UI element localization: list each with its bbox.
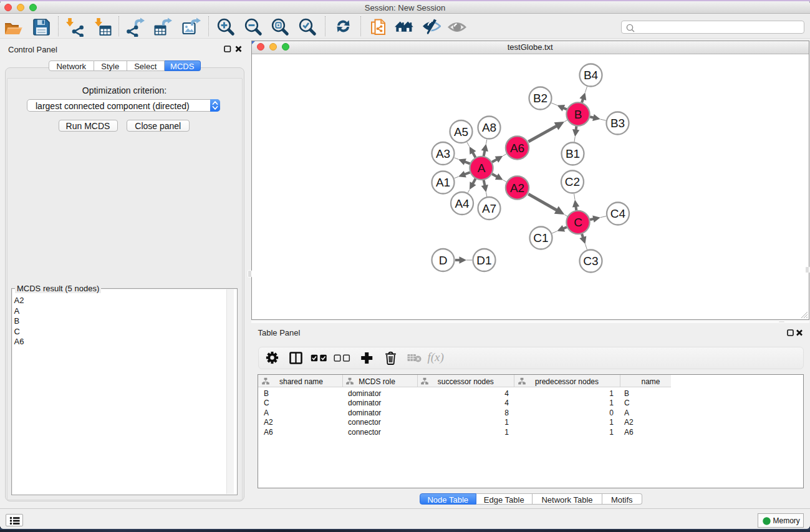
svg-text:C1: C1	[533, 231, 548, 244]
svg-text:D: D	[438, 253, 447, 266]
svg-text:A5: A5	[453, 125, 468, 138]
svg-text:B3: B3	[610, 117, 624, 130]
svg-text:A4: A4	[455, 196, 470, 210]
svg-text:B4: B4	[583, 69, 598, 82]
svg-text:D1: D1	[476, 253, 491, 266]
svg-text:B: B	[574, 107, 582, 120]
svg-text:A6: A6	[509, 141, 524, 154]
svg-text:C2: C2	[564, 175, 579, 188]
svg-text:C4: C4	[610, 207, 625, 220]
svg-text:B1: B1	[565, 147, 579, 160]
svg-text:A7: A7	[481, 201, 496, 215]
svg-text:A1: A1	[435, 176, 450, 189]
svg-text:A8: A8	[481, 121, 496, 134]
svg-text:A2: A2	[509, 181, 524, 194]
svg-text:A: A	[477, 162, 485, 175]
svg-text:A3: A3	[435, 147, 450, 160]
svg-text:C: C	[574, 216, 582, 229]
svg-text:B2: B2	[533, 92, 547, 105]
svg-text:C3: C3	[583, 254, 598, 268]
